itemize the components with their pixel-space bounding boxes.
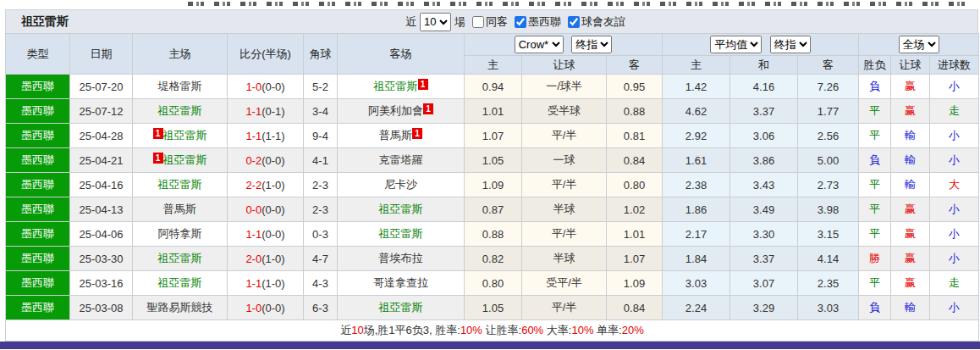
corners-cell: 3-4 — [304, 99, 338, 124]
club-friendly-checkbox[interactable] — [568, 16, 580, 28]
europe-final-select[interactable]: 终指 — [770, 36, 811, 53]
handicap-line: 平/半 — [522, 222, 607, 247]
league-label[interactable]: 墨西聯 — [21, 276, 54, 289]
league-label[interactable]: 墨西聯 — [21, 129, 54, 142]
league-cell[interactable]: 墨西聯 — [6, 75, 70, 99]
league-label[interactable]: 墨西聯 — [21, 104, 54, 117]
home-team-link[interactable]: 阿特拿斯 — [158, 227, 202, 240]
europe-away-odds: 2.35 — [798, 271, 859, 296]
home-team-link[interactable]: 普馬斯 — [163, 203, 196, 215]
europe-draw-odds: 3.43 — [730, 173, 798, 197]
corners-cell: 6-3 — [304, 296, 338, 320]
mexico-league-filter[interactable]: 墨西聯 — [515, 14, 561, 30]
home-team-link[interactable]: 祖亞雷斯 — [158, 104, 202, 117]
home-team-link[interactable]: 祖亞雷斯 — [163, 129, 207, 142]
halftime-score: (1-0) — [262, 253, 284, 265]
league-label[interactable]: 墨西聯 — [21, 301, 54, 314]
league-cell[interactable]: 墨西聯 — [6, 124, 70, 148]
col-header-date: 日期 — [70, 34, 133, 75]
away-team-cell: 祖亞雷斯 — [338, 222, 465, 247]
europe-away-odds: 1.77 — [798, 99, 859, 124]
corners-cell: 2-3 — [304, 173, 338, 197]
home-team-link[interactable]: 祖亞雷斯 — [158, 252, 202, 264]
fulltime-score: 0-2 — [245, 154, 262, 167]
league-label[interactable]: 墨西聯 — [21, 203, 54, 215]
away-team-link[interactable]: 祖亞雷斯 — [374, 80, 418, 92]
league-label[interactable]: 墨西聯 — [21, 178, 54, 191]
mexico-league-checkbox[interactable] — [515, 16, 526, 28]
handicap-away-odds: 1.07 — [607, 247, 663, 271]
league-label[interactable]: 墨西聯 — [21, 252, 54, 264]
away-team-link[interactable]: 克雷塔羅 — [379, 153, 423, 166]
europe-away-odds: 3.98 — [798, 197, 859, 222]
same-away-checkbox[interactable] — [472, 16, 484, 28]
result-goals: 走 — [930, 99, 979, 124]
away-team-link[interactable]: 祖亞雷斯 — [379, 203, 423, 215]
score-cell: 1-1(0-1) — [228, 99, 304, 124]
near-label: 近 — [405, 14, 416, 30]
halftime-score: (0-0) — [262, 154, 284, 167]
match-count-select[interactable]: 10 — [420, 13, 451, 31]
away-team-cell: 阿美利加會1 — [338, 99, 465, 124]
table-row: 墨西聯 25-07-12 祖亞雷斯 1-1(0-1) 3-4 阿美利加會1 1.… — [6, 99, 979, 124]
summary-part: 单率: — [593, 324, 621, 336]
redcard-badge: 1 — [418, 79, 428, 90]
home-team-link[interactable]: 堤格雷斯 — [158, 80, 202, 92]
league-cell[interactable]: 墨西聯 — [6, 271, 70, 296]
away-team-link[interactable]: 阿美利加會 — [368, 104, 423, 117]
handicap-final-select[interactable]: 终指 — [571, 36, 612, 53]
fulltime-score: 1-1 — [245, 277, 262, 290]
handicap-home-odds: 0.87 — [465, 197, 522, 222]
europe-away-odds: 5.00 — [798, 148, 859, 173]
result-wdl: 負 — [859, 296, 891, 320]
league-cell[interactable]: 墨西聯 — [6, 173, 70, 197]
bookmaker-select[interactable]: Crow* — [515, 36, 564, 53]
away-team-link[interactable]: 普馬斯 — [379, 129, 412, 142]
match-date: 25-03-16 — [70, 271, 133, 296]
score-cell: 1-0(0-0) — [228, 296, 304, 320]
scope-select[interactable]: 全场 — [899, 36, 939, 53]
europe-home-odds: 2.38 — [663, 173, 730, 197]
result-handicap: 赢 — [891, 222, 930, 247]
league-cell[interactable]: 墨西聯 — [6, 222, 70, 247]
home-team-link[interactable]: 祖亞雷斯 — [158, 178, 202, 191]
home-team-cell: 堤格雷斯 — [133, 75, 228, 99]
result-goals: 小 — [930, 247, 979, 271]
club-friendly-filter[interactable]: 球會友誼 — [568, 14, 625, 30]
corners-cell: 4-7 — [304, 247, 338, 271]
home-team-link[interactable]: 聖路易斯競技 — [147, 301, 213, 314]
away-team-link[interactable]: 祖亞雷斯 — [379, 227, 423, 240]
handicap-home-odds: 1.01 — [465, 99, 522, 124]
score-cell: 1-1(1-0) — [228, 271, 304, 296]
league-cell[interactable]: 墨西聯 — [6, 247, 70, 271]
league-label[interactable]: 墨西聯 — [21, 227, 54, 240]
away-team-link[interactable]: 尼卡沙 — [384, 178, 417, 191]
league-label[interactable]: 墨西聯 — [21, 80, 54, 92]
home-team-link[interactable]: 祖亞雷斯 — [158, 276, 202, 289]
table-row: 墨西聯 25-04-28 1祖亞雷斯 1-1(1-1) 9-4 普馬斯1 1.0… — [6, 124, 979, 148]
away-team-link[interactable]: 祖亞雷斯 — [379, 301, 423, 314]
result-handicap: 赢 — [891, 99, 930, 124]
result-wdl: 平 — [859, 271, 891, 296]
average-select[interactable]: 平均值 — [710, 36, 762, 53]
europe-home-odds: 1.61 — [663, 148, 730, 173]
home-team-link[interactable]: 祖亞雷斯 — [163, 153, 207, 166]
score-cell: 0-0(0-0) — [228, 197, 304, 222]
league-cell[interactable]: 墨西聯 — [6, 99, 70, 124]
corners-cell: 9-4 — [304, 124, 338, 148]
team-header-bar: 祖亞雷斯 近 10 場 同客 墨西聯 球會友誼 — [5, 9, 978, 33]
col-header-home: 主场 — [133, 34, 228, 75]
corners-cell: 4-1 — [304, 148, 338, 173]
europe-draw-odds: 4.16 — [730, 75, 798, 99]
summary-part: 近 — [340, 324, 351, 336]
fulltime-score: 1-1 — [245, 105, 262, 118]
europe-home-odds: 2.17 — [663, 222, 730, 247]
league-label[interactable]: 墨西聯 — [21, 153, 54, 166]
away-team-link[interactable]: 普埃布拉 — [379, 252, 423, 264]
league-cell[interactable]: 墨西聯 — [6, 296, 70, 320]
same-away-filter[interactable]: 同客 — [472, 14, 508, 30]
league-cell[interactable]: 墨西聯 — [6, 148, 70, 173]
league-cell[interactable]: 墨西聯 — [6, 197, 70, 222]
fulltime-score: 1-1 — [245, 130, 262, 142]
away-team-link[interactable]: 哥達拿查拉 — [373, 276, 428, 289]
